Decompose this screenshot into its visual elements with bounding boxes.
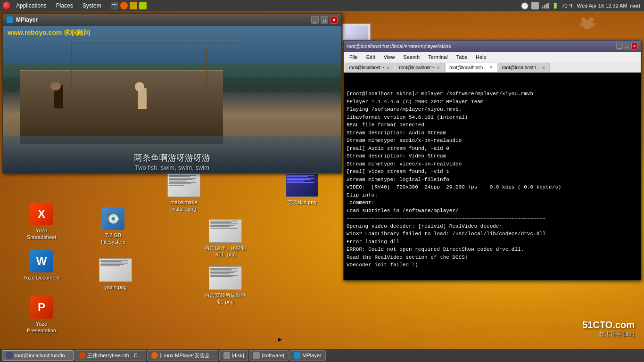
term-menu-search[interactable]: Search <box>399 53 423 61</box>
term-menu-edit[interactable]: Edit <box>363 53 379 61</box>
yasm-thumb <box>99 258 132 282</box>
terminal-titlebar: root@localhost:/usr/local/share/mplayer/… <box>344 41 641 52</box>
taskbar-item-cherrytree[interactable]: 王伟cherrytree.ctb - C... <box>74 350 146 361</box>
clock-display: Wed Apr 16 12:32 AM <box>577 3 627 8</box>
terminal-close-btn[interactable]: ✕ <box>631 43 638 49</box>
topbar-applications[interactable]: Applications <box>12 1 50 10</box>
desktop-icon-recompile[interactable]: 再次编译，还缺包X11. png <box>202 219 249 258</box>
taskbar-cherrytree-label: 王伟cherrytree.ctb - C... <box>87 352 142 359</box>
gnome-icon <box>3 2 10 9</box>
term-tab-3-close[interactable]: ✕ <box>542 66 545 70</box>
filesystem-icon: 💽 <box>102 207 124 230</box>
term-tab-0-close[interactable]: ✕ <box>386 66 390 70</box>
term-tab-0[interactable]: root@localhost:~ ✕ <box>345 63 394 72</box>
mplayer-minimize-btn[interactable]: _ <box>311 16 319 24</box>
taskbar-terminal1-label: root@localhost:/usr/lo... <box>15 353 69 358</box>
svg-point-4 <box>591 23 595 26</box>
install-skin-thumb <box>285 173 318 197</box>
topbar-right: 🕐 🔋 70 °F Wed Apr 16 12:32 AM root <box>517 2 644 9</box>
paw-icon <box>578 14 597 33</box>
taskbar-disk-label: [disk] <box>232 353 244 358</box>
recompile-label: 再次编译，还缺包X11. png <box>202 245 249 258</box>
term-tab-2-close[interactable]: ✕ <box>489 65 493 70</box>
yozo-spreadsheet-label: Yozo Spreadsheet <box>23 227 60 241</box>
taskbar-item-disk[interactable]: [disk] <box>219 350 248 361</box>
taskbar-browser-label: [Linux:MPlayer安装全... <box>160 352 214 359</box>
desktop-icon-filesystem[interactable]: 💽 7.2 GB Filesystem <box>94 207 132 246</box>
mplayer-title: MPlayer <box>16 16 38 23</box>
term-tab-1-label: root@localhost:~ <box>399 65 434 70</box>
signal-icon <box>542 3 549 8</box>
taskbar-cherrytree-icon <box>79 352 85 359</box>
firefox-icon[interactable] <box>120 2 128 9</box>
terminal-tabs: root@localhost:~ ✕ root@localhost:~ ✕ ro… <box>344 62 641 73</box>
taskbar-item-software[interactable]: [software] <box>249 350 289 361</box>
desktop-icon-yozo-spreadsheet[interactable]: X Yozo Spreadsheet <box>23 203 60 241</box>
install-skin-label: 安装skin.png <box>287 199 317 206</box>
editor-icon[interactable] <box>139 2 147 9</box>
mplayer-video: www.reboyo.com 求职顾问 两条鱼啊游呀游呀游 Two fish, … <box>3 26 341 173</box>
svg-point-3 <box>580 23 584 26</box>
desktop-icon-make-install[interactable]: make;make install. png <box>163 173 205 213</box>
term-tab-0-label: root@localhost:~ <box>349 65 384 70</box>
term-menu-file[interactable]: File <box>346 53 362 61</box>
make-install-label: make;make install. png <box>163 199 205 213</box>
desktop-icon-yozo-presentation[interactable]: P Yozo Presentation <box>23 296 60 334</box>
desktop-icon-yasm[interactable]: yasm.png <box>94 258 137 290</box>
term-tab-1[interactable]: root@localhost:~ ✕ <box>395 63 444 72</box>
yozo-spreadsheet-icon: X <box>30 203 53 225</box>
temp-display: 70 °F <box>561 3 574 8</box>
yasm-label: yasm.png <box>104 284 127 290</box>
subtitle-en: Two fish, swim, swim, swim <box>135 164 209 171</box>
mplayer-window: MPlayer _ □ ✕ www.reboyo.com 求职顾问 <box>2 13 342 173</box>
camera-icon[interactable]: 📷 <box>111 2 118 9</box>
make-install-thumb <box>167 173 200 197</box>
yozo-document-label: Yozo Document <box>23 274 59 281</box>
folder-icon[interactable] <box>130 2 137 9</box>
subtitle-cn: 两条鱼啊游呀游呀游 <box>134 152 210 164</box>
mplayer-title-left: MPlayer <box>7 16 38 23</box>
term-menu-view[interactable]: View <box>380 53 399 61</box>
mplayer-close-btn[interactable]: ✕ <box>330 16 338 24</box>
desktop-icon-install-skin[interactable]: 安装skin.png <box>281 173 323 206</box>
topbar-places[interactable]: Places <box>52 1 77 10</box>
term-tab-3-label: root@localhost:/... <box>502 65 540 70</box>
topbar-left: Applications Places System 📷 <box>0 1 149 10</box>
terminal-titlebar-btns: _ □ ✕ <box>616 43 638 49</box>
taskbar-mplayer-label: MPlayer <box>302 353 321 358</box>
mplayer-titlebar: MPlayer _ □ ✕ <box>3 14 341 26</box>
terminal-body[interactable]: [root@localhost skins]# mplayer /softwar… <box>344 73 641 280</box>
recompile-thumb <box>209 219 242 243</box>
network-icon <box>531 2 539 9</box>
terminal-window: root@localhost:/usr/local/share/mplayer/… <box>343 40 641 280</box>
term-menu-tabs[interactable]: Tabs <box>453 53 471 61</box>
term-menu-terminal[interactable]: Terminal <box>424 53 452 61</box>
watermark-tag: 技术博客 Blog <box>582 330 635 338</box>
user-display: root <box>630 3 640 8</box>
desktop-icon-yozo-document[interactable]: W Yozo Document <box>23 250 60 281</box>
term-tab-3[interactable]: root@localhost:/... ✕ <box>498 63 550 72</box>
yozo-presentation-label: Yozo Presentation <box>23 321 60 334</box>
terminal-minimize-btn[interactable]: _ <box>616 43 623 49</box>
yozo-presentation-icon: P <box>30 296 53 319</box>
term-menu-help[interactable]: Help <box>472 53 490 61</box>
taskbar-mplayer-icon <box>294 352 300 359</box>
video-scene <box>3 26 341 173</box>
mplayer-titlebar-btns: _ □ ✕ <box>311 16 338 24</box>
taskbar-item-browser[interactable]: [Linux:MPlayer安装全... <box>147 350 218 361</box>
term-tab-1-close[interactable]: ✕ <box>437 66 440 70</box>
terminal-maximize-btn[interactable]: □ <box>624 43 630 49</box>
svg-point-2 <box>589 17 594 22</box>
terminal-title: root@localhost:/usr/local/share/mplayer/… <box>347 43 451 49</box>
taskbar-item-terminal1[interactable]: root@localhost:/usr/lo... <box>2 350 74 361</box>
term-tab-2[interactable]: root@localhost:/... ✕ <box>445 63 497 72</box>
taskbar-terminal1-icon <box>6 352 13 359</box>
desktop-icon-reinstall[interactable]: 再次安装所缺软件包. png <box>202 266 249 305</box>
reinstall-label: 再次安装所缺软件包. png <box>202 292 249 305</box>
video-watermark: www.reboyo.com 求职顾问 <box>8 29 90 37</box>
watermark-51cto: 51CTO.com 技术博客 Blog <box>582 320 635 338</box>
taskbar-software-label: [software] <box>262 353 284 358</box>
taskbar-item-mplayer[interactable]: MPlayer <box>289 350 325 361</box>
topbar-system[interactable]: System <box>79 1 105 10</box>
mplayer-maximize-btn[interactable]: □ <box>321 16 328 24</box>
